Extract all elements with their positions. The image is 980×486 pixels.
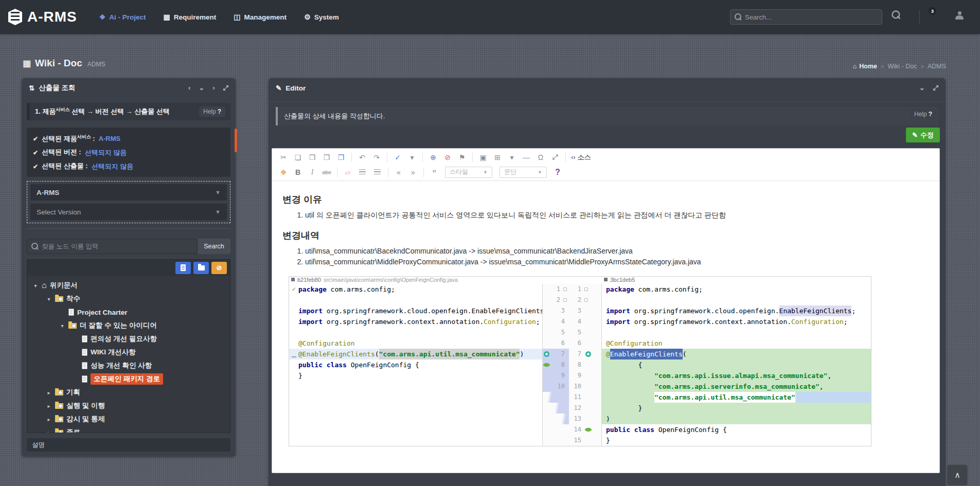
redo-icon[interactable]: ↷ [370, 151, 383, 164]
editor-content-area[interactable]: ✂❏❐❐❐↶↷✓▾⊕⊘⚑▣⊞▾―Ω⤢‹›소스 ❖BIabc▱«»”스타일▼문단▼… [272, 148, 940, 473]
tree-item[interactable]: ▾더 잘할 수 있는 아이디어 [27, 319, 230, 332]
diff-left-line[interactable]: @EnableFeignClients("com.arms.api.util.m… [289, 349, 542, 359]
diff-left-line[interactable] [289, 295, 542, 305]
diff-right-line[interactable]: public class OpenFeignConfig { [602, 424, 871, 435]
app-logo[interactable]: A-RMS [0, 9, 91, 25]
scroll-to-top-button[interactable]: ∧ [948, 465, 967, 484]
selected-product-value[interactable]: A-RMS [99, 135, 121, 142]
search-submit-button[interactable] [893, 11, 900, 21]
selected-artifact-value[interactable]: 선택되지 않음 [92, 162, 134, 171]
copy-icon[interactable]: ❏ [292, 151, 304, 164]
nav-item-management[interactable]: ◫Management [225, 0, 295, 34]
tree-item[interactable]: 편의성 개선 필요사항 [27, 332, 230, 346]
node-search-input[interactable] [42, 243, 193, 250]
diff-right-line[interactable]: ) [602, 413, 871, 424]
bold-icon[interactable]: B [292, 166, 304, 178]
version-select[interactable]: Select Version ▼ [30, 204, 227, 220]
style-dropdown[interactable]: 스타일▼ [445, 167, 492, 178]
diff-left-line[interactable] [289, 381, 542, 392]
tree-item[interactable]: 성능 개선 확인 사항 [27, 359, 230, 372]
link-icon[interactable]: ⊕ [427, 151, 439, 164]
new-document-button[interactable] [175, 262, 191, 274]
block-button[interactable]: ⊘ [211, 262, 227, 274]
expander-icon[interactable]: ▾ [32, 283, 39, 289]
description-footer[interactable]: 설명 [27, 438, 230, 452]
diff-right-line[interactable]: } [602, 435, 871, 446]
format-dropdown[interactable]: 문단▼ [500, 167, 547, 178]
fold-marker-icon[interactable] [563, 287, 567, 291]
chevron-right-icon[interactable]: › [212, 84, 215, 92]
diff-right-line[interactable]: import org.springframework.context.annot… [602, 316, 871, 327]
diff-right-line[interactable]: @Configuration [602, 338, 871, 349]
node-search-box[interactable] [27, 239, 198, 254]
breadcrumb-adms[interactable]: ADMS [928, 63, 946, 70]
expand-icon[interactable]: ⤢ [933, 84, 938, 92]
diff-left-line[interactable]: import org.springframework.context.annot… [289, 316, 542, 327]
strikethrough-icon[interactable]: abc [320, 166, 333, 178]
expander-icon[interactable]: ▾ [46, 296, 52, 302]
paste-icon[interactable]: ❐ [306, 151, 318, 164]
diff-right-line[interactable]: "com.arms.api.util.msa_communicate" [602, 392, 871, 403]
remove-format-icon[interactable]: ▱ [342, 166, 354, 178]
diff-left-line[interactable]: public class OpenFeignConfig { [289, 359, 542, 370]
special-character-icon[interactable]: Ω [534, 151, 547, 164]
fold-marker-icon[interactable] [584, 298, 588, 302]
image-icon[interactable]: ▣ [477, 151, 489, 164]
diff-right-line[interactable]: import org.springframework.cloud.openfei… [602, 305, 871, 316]
diff-left-line[interactable]: } [289, 370, 542, 381]
tree-item[interactable]: ▸기획 [27, 386, 230, 399]
tree-item[interactable]: ▸실행 및 이행 [27, 399, 230, 412]
product-select[interactable]: A-RMS ▼ [30, 184, 227, 201]
breadcrumb-wiki-doc[interactable]: Wiki - Doc [887, 63, 917, 70]
horizontal-line-icon[interactable]: ― [520, 151, 532, 164]
tree-item[interactable]: ▸감시 및 통제 [27, 412, 230, 426]
open-folder-button[interactable] [193, 262, 209, 274]
maximize-icon[interactable]: ⤢ [549, 151, 561, 164]
help-icon[interactable]: ? [551, 166, 564, 178]
outdent-icon[interactable]: « [393, 166, 405, 178]
numbered-list-icon[interactable] [359, 169, 366, 175]
expander-icon[interactable]: ▸ [46, 403, 52, 409]
diff-left-line[interactable]: ✓package com.arms.config; [289, 284, 542, 295]
diff-left-line[interactable] [289, 424, 542, 435]
nav-item-system[interactable]: ⚙System [295, 0, 348, 34]
tree-item[interactable]: ▾⌂위키문서 [27, 279, 230, 292]
source-button[interactable]: ‹›소스 [571, 153, 591, 162]
diff-right-line[interactable]: package com.arms.config; [602, 284, 871, 295]
fold-marker-icon[interactable] [584, 287, 588, 291]
sidebar-help-button[interactable]: Help? [199, 106, 225, 117]
diff-left-line[interactable] [289, 392, 542, 403]
diff-right-line[interactable]: "com.arms.api.serverinfo.msa_communicate… [602, 381, 871, 392]
global-search[interactable] [730, 9, 882, 25]
tree-item-selected[interactable]: 오픈페인 패키지 경로 [27, 372, 230, 386]
anchor-icon[interactable]: ⚑ [456, 151, 468, 164]
code-diff-view[interactable]: b21feb80 src\main\java\com\arms\config\O… [289, 276, 871, 446]
diff-left-line[interactable] [289, 403, 542, 413]
fold-marker-icon[interactable] [563, 298, 567, 302]
bulleted-list-icon[interactable] [374, 169, 381, 175]
chevron-down-icon[interactable]: ⌄ [919, 84, 925, 92]
expand-icon[interactable]: ⤢ [223, 84, 228, 92]
unlink-icon[interactable]: ⊘ [441, 151, 454, 164]
nav-item-ai-project[interactable]: ❖Ai - Project [91, 0, 155, 34]
diff-right-line[interactable]: } [602, 403, 871, 413]
diff-right-line[interactable]: "com.arms.api.issue.almapi.msa_communica… [602, 370, 871, 381]
chevron-down-icon[interactable]: ⌄ [199, 84, 204, 92]
diff-right-line[interactable] [602, 327, 871, 338]
nav-item-requirement[interactable]: ▦Requirement [155, 0, 225, 34]
expander-icon[interactable]: ▸ [46, 390, 52, 395]
blockquote-icon[interactable]: ” [428, 166, 440, 178]
selected-version-value[interactable]: 선택되지 않음 [85, 148, 127, 157]
diff-left-line[interactable] [289, 413, 542, 424]
global-search-input[interactable] [745, 13, 868, 21]
tree-item[interactable]: ▸종료 [27, 426, 230, 433]
spell-check-icon[interactable]: ✓ [391, 151, 404, 164]
paste-from-word-icon[interactable]: ❐ [335, 151, 347, 164]
paste-as-plain-text-icon[interactable]: ❐ [320, 151, 333, 164]
italic-icon[interactable]: I [306, 166, 318, 178]
chevron-left-icon[interactable]: ‹ [188, 84, 190, 92]
expander-icon[interactable]: ▸ [46, 430, 52, 434]
table-icon[interactable]: ⊞ [491, 151, 504, 164]
diff-left-line[interactable] [289, 327, 542, 338]
cut-icon[interactable]: ✂ [277, 151, 290, 164]
